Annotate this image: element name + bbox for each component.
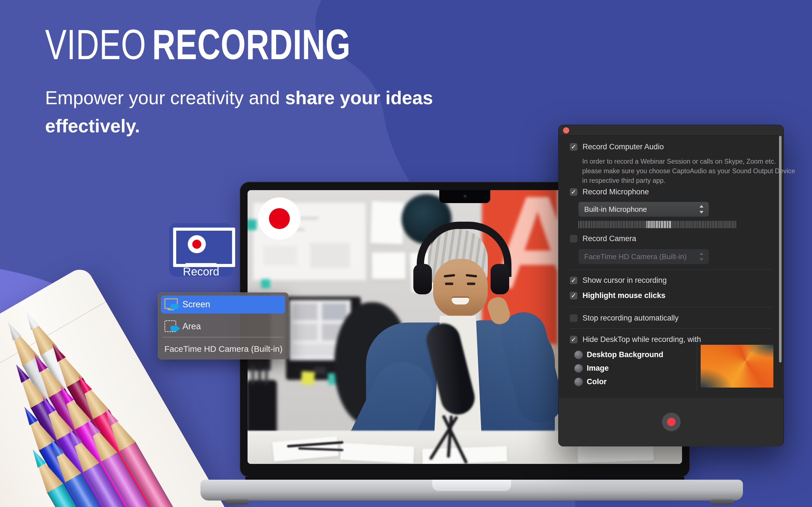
headphone-earcup-right — [491, 264, 509, 294]
subtitle-bold: share your ideas — [285, 87, 433, 108]
hide-option-color: Color — [574, 378, 607, 386]
audio-help-text: please make sure you choose CaptoAudio a… — [582, 166, 795, 176]
record-button[interactable]: Record — [169, 223, 233, 277]
page-subtitle: Empower your creativity andshare your id… — [45, 83, 447, 140]
vertical-divider — [697, 342, 697, 390]
audio-level-meter — [578, 221, 736, 228]
recording-badge-icon — [258, 198, 301, 240]
record-computer-audio-row: Record Computer Audio — [570, 143, 664, 151]
section-divider — [570, 328, 772, 329]
page-title-regular: VIDEO — [45, 21, 146, 68]
laptop-foot-right — [710, 499, 734, 504]
menu-divider — [163, 337, 283, 337]
record-dot-icon — [188, 235, 206, 253]
camera-notch — [439, 190, 490, 203]
screen-capture-icon — [161, 297, 183, 313]
laptop-lip — [432, 480, 511, 491]
hero-block: VIDEORECORDING Empower your creativity a… — [45, 20, 447, 140]
hide-option-desktop-background: Desktop Background — [574, 350, 663, 359]
subtitle-regular: Empower your creativity and — [45, 87, 280, 108]
record-camera-checkbox[interactable] — [570, 235, 577, 242]
marketing-page: VIDEORECORDING Empower your creativity a… — [0, 0, 812, 507]
microphone — [400, 323, 535, 464]
recording-settings-panel: Record Computer Audio In order to record… — [558, 125, 784, 446]
record-microphone-checkbox[interactable] — [570, 188, 577, 196]
subtitle-bold-line2: effectively. — [45, 115, 140, 136]
page-title-bold: RECORDING — [152, 21, 351, 68]
highlight-clicks-row: Highlight mouse clicks — [570, 291, 665, 300]
start-recording-button[interactable] — [662, 413, 680, 431]
record-camera-row: Record Camera — [570, 234, 637, 243]
hide-desktop-checkbox[interactable] — [570, 336, 577, 343]
area-capture-icon — [161, 319, 183, 334]
wallpaper-preview — [701, 345, 773, 388]
record-button-label: Record — [169, 265, 233, 278]
record-dot-icon — [667, 418, 675, 426]
show-cursor-checkbox[interactable] — [570, 277, 577, 284]
record-microphone-row: Record Microphone — [570, 187, 649, 196]
laptop-base — [200, 480, 743, 501]
color-radio[interactable] — [574, 378, 583, 386]
audio-help-text: in respective third party app. — [582, 176, 665, 185]
panel-footer — [559, 397, 783, 446]
laptop-foot-left — [225, 499, 249, 504]
dropdown-stepper-icon — [699, 205, 704, 214]
show-cursor-row: Show cursor in recording — [570, 276, 667, 285]
dropdown-stepper-icon — [699, 252, 704, 262]
desktop-background-radio[interactable] — [574, 351, 583, 359]
microphone-device-dropdown[interactable]: Built-in Microphone — [578, 202, 709, 217]
close-icon[interactable] — [563, 127, 569, 133]
audio-help-text: In order to record a Webinar Session or … — [582, 157, 776, 166]
headphone-earcup-left — [413, 264, 432, 294]
stop-recording-checkbox[interactable] — [570, 314, 577, 322]
menu-item-facetime-camera[interactable]: FaceTime HD Camera (Built-in) — [164, 341, 286, 357]
record-context-menu: Screen Area FaceTime HD Camera (Built-in… — [158, 292, 289, 359]
menu-item-area[interactable]: Area — [161, 318, 285, 335]
menu-item-screen[interactable]: Screen — [161, 295, 285, 314]
panel-titlebar[interactable] — [559, 125, 783, 135]
camera-device-dropdown[interactable]: FaceTime HD Camera (Built-in) — [578, 249, 709, 264]
stop-recording-row: Stop recording automatically — [570, 314, 679, 323]
webcam-icon — [463, 194, 467, 198]
record-computer-audio-checkbox[interactable] — [570, 143, 577, 151]
page-title: VIDEORECORDING — [45, 20, 350, 69]
section-divider — [570, 269, 772, 270]
hide-option-image: Image — [574, 364, 609, 373]
highlight-clicks-checkbox[interactable] — [570, 292, 577, 299]
hide-desktop-row: Hide DeskTop while recording, with — [570, 335, 701, 344]
image-radio[interactable] — [574, 364, 583, 373]
face — [433, 259, 488, 317]
